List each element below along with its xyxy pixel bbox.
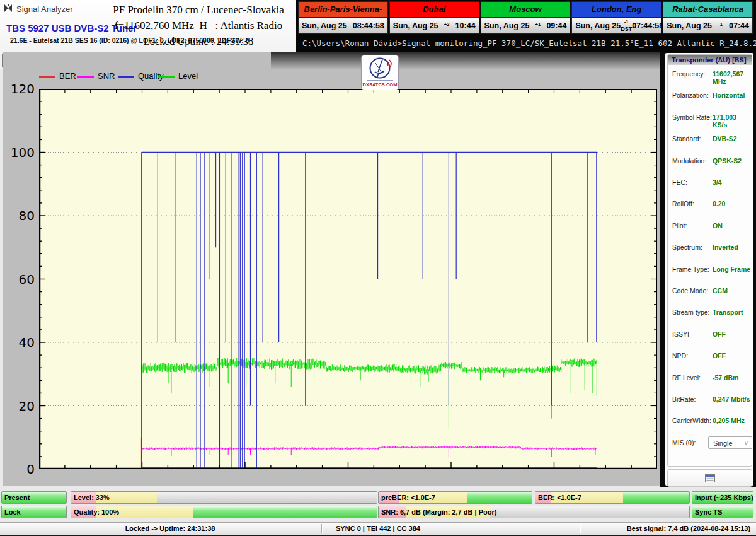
transponder-label: RF Level: xyxy=(672,374,701,382)
clock-time: 10:44 xyxy=(455,21,476,30)
ts-info-button[interactable] xyxy=(667,469,752,487)
signal-bar-sync-ts: Sync TS xyxy=(692,506,753,518)
clock-time: 07:44:58 xyxy=(632,21,663,30)
signal-bar-level: Level: 33% xyxy=(71,491,377,504)
site-title: PF Prodelin 370 cm / Lucenec-Slovakia xyxy=(94,4,302,16)
clock-time: 09:44 xyxy=(546,21,566,30)
clock-date: Sun, Aug 25 xyxy=(302,21,347,30)
transponder-value: ON xyxy=(713,222,723,230)
clock-utc-offset: +2 xyxy=(438,22,455,29)
transponder-label: BitRate: xyxy=(672,395,696,403)
transponder-label: MIS (0): xyxy=(672,439,696,446)
transponder-label: Polarization: xyxy=(672,91,709,99)
transponder-label: Code Mode: xyxy=(672,287,708,294)
bar-label: Input (~235 Kbps) xyxy=(695,492,753,503)
status-best-signal: Best signal: 7,4 dB (2024-08-24 15:13) xyxy=(627,523,750,535)
transponder-value: 0,247 Mbit/s xyxy=(713,395,750,403)
app-header-area: Signal Analyzer TBS 5927 USB DVB-S2 Tune… xyxy=(0,0,296,52)
clock-utc-offset: +1 xyxy=(529,22,546,29)
transponder-label: CarrierWidth: xyxy=(672,417,711,424)
status-bar: Locked -> Uptime: 24:31:38 SYNC 0 | TEI … xyxy=(0,522,756,535)
clock-moscow: MoscowSun, Aug 25+109:44 xyxy=(481,1,572,34)
status-sync: SYNC 0 | TEI 442 | CC 384 xyxy=(336,523,420,535)
bar-label: preBER: <1.0E-7 xyxy=(381,492,435,503)
status-uptime: Locked -> Uptime: 24:31:38 xyxy=(125,523,215,535)
legend-swatch xyxy=(158,76,175,78)
clock-date: Sun, Aug 25 xyxy=(393,21,438,30)
clock-time: 07:44 xyxy=(729,21,749,30)
panel-top-shade xyxy=(271,52,660,69)
y-tick-label: 120 xyxy=(4,81,35,96)
legend-label: SNR xyxy=(98,71,115,81)
bar-label: Lock xyxy=(4,506,21,518)
bar-fill-green xyxy=(193,506,377,518)
chart-panel: BERSNRQualityLevel 020406080100120 DXSAT… xyxy=(3,52,660,486)
legend-swatch xyxy=(118,76,134,78)
status-separator xyxy=(580,524,580,533)
bar-label: BER: <1.0E-7 xyxy=(538,492,581,503)
legend-swatch xyxy=(77,76,94,78)
transponder-label: Frequency: xyxy=(672,70,706,78)
legend-label: BER xyxy=(59,71,76,81)
transponder-value: Inverted xyxy=(713,243,738,251)
transponder-label: Standard: xyxy=(672,135,701,143)
transponder-label: Frame Type: xyxy=(672,265,709,273)
transponder-label: Stream type: xyxy=(672,308,710,316)
legend-item-snr: SNR xyxy=(77,71,115,81)
transponder-value: Horizontal xyxy=(713,91,745,99)
clock-london-eng: London, EngSun, Aug 25-1DST07:44:58 xyxy=(571,1,663,34)
bar-fill-green xyxy=(467,492,532,503)
logo-text-svg: DXSATCS.COM xyxy=(363,82,398,88)
clock-rabat-casablanca: Rabat-CasablancaSun, Aug 25-107:44 xyxy=(663,1,754,34)
console-window: Berlin-Paris-Vienna-RomaSun, Aug 2508:44… xyxy=(296,0,756,52)
locked-uptime-title: Locked Uptime : 24:31:38 xyxy=(94,35,302,48)
signal-bar-preber: preBER: <1.0E-7 xyxy=(378,491,532,504)
signal-bar-ber: BER: <1.0E-7 xyxy=(535,491,690,504)
transponder-label: NPD: xyxy=(672,352,688,359)
transponder-value: Transport xyxy=(713,308,743,316)
console-prompt-line: C:\Users\Roman Dávid>Signal monitoring_P… xyxy=(302,38,756,48)
transponder-value: 0,205 MHz xyxy=(713,417,745,424)
bar-fill-silver xyxy=(157,492,377,503)
bar-label: Level: 33% xyxy=(74,492,110,503)
transponder-value: 3/4 xyxy=(713,178,722,186)
legend-label: Level xyxy=(178,71,198,81)
transponder-value: OFF xyxy=(713,352,726,359)
transponder-label: FEC: xyxy=(672,178,687,186)
y-tick-label: 20 xyxy=(4,399,35,414)
legend-item-quality: Quality xyxy=(118,71,156,81)
y-tick-label: 100 xyxy=(4,145,35,160)
clock-berlin-paris-vienna-roma: Berlin-Paris-Vienna-RomaSun, Aug 2508:44… xyxy=(298,1,389,34)
transponder-value: DVB-S2 xyxy=(713,135,737,143)
transponder-value: Long Frame xyxy=(713,265,750,273)
y-tick-label: 40 xyxy=(4,335,35,350)
clock-date: Sun, Aug 25 xyxy=(484,21,530,30)
mis-select[interactable]: Single∨ xyxy=(708,436,752,449)
signal-bar-present: Present xyxy=(1,491,67,504)
bar-label: Present xyxy=(4,492,30,503)
y-tick-label: 0 xyxy=(4,462,35,477)
transponder-label: Modulation: xyxy=(672,157,706,165)
app-icon xyxy=(4,4,13,13)
legend-item-ber: BER xyxy=(39,71,77,81)
signal-bar-lock: Lock xyxy=(1,506,67,518)
mini-window-icon xyxy=(705,474,715,482)
clock-utc-offset: -1 xyxy=(712,22,729,29)
signal-analyzer-app: { "window": { "title": "Signal Analyzer"… xyxy=(0,0,756,536)
transponder-value: CCM xyxy=(713,287,728,294)
clock-time: 08:44:58 xyxy=(353,21,384,30)
status-separator xyxy=(321,524,322,533)
bar-label: SNR: 6,7 dB (Margin: 2,7 dB | Poor) xyxy=(381,506,496,518)
dxsatcs-logo: DXSATCS.COM xyxy=(361,55,399,90)
clock-time-row: Sun, Aug 25+210:44 xyxy=(389,18,479,34)
clock-city-label: Dubai xyxy=(389,1,479,18)
transponder-label: Spectrum: xyxy=(672,243,702,251)
y-tick-label: 60 xyxy=(4,272,35,287)
chevron-down-icon: ∨ xyxy=(744,437,748,450)
transponder-title: Transponder (AU) [BS] xyxy=(668,55,752,65)
transponder-value: 11602,567 MHz xyxy=(713,70,752,85)
transponder-sidebar: Transponder (AU) [BS] Frequency:11602,56… xyxy=(665,53,753,486)
clock-city-label: London, Eng xyxy=(571,1,662,18)
transponder-label: Pilot: xyxy=(672,222,687,230)
bar-label: Sync TS xyxy=(695,506,722,518)
